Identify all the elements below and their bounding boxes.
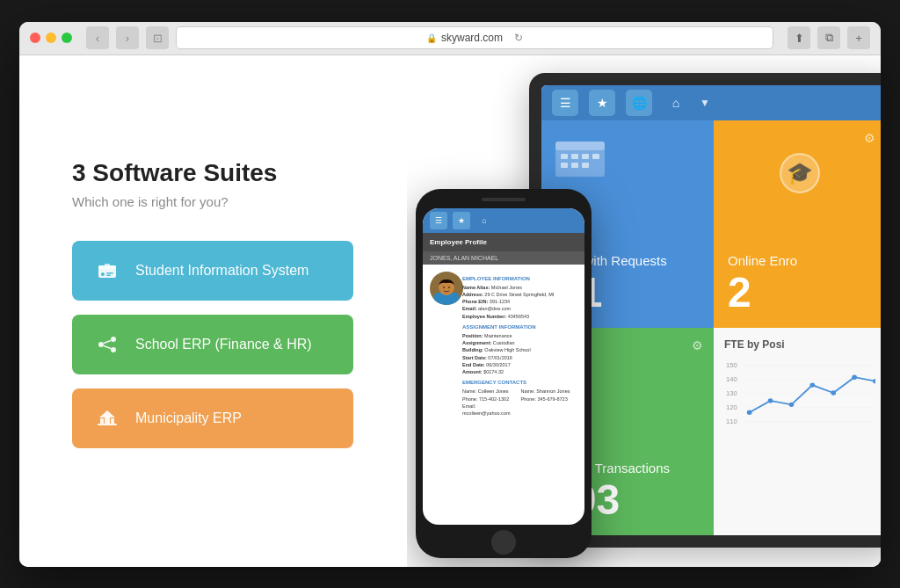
browser-window: ‹ › ⊡ 🔒 skyward.com ↻ ⬆ ⧉ + 3 Software S… <box>19 22 881 567</box>
svg-rect-24 <box>582 163 589 168</box>
online-enrollment-cell: ⚙ 🎓 Online Enro 2 <box>714 120 881 328</box>
back-button[interactable]: ‹ <box>86 26 109 49</box>
employee-avatar <box>430 272 463 305</box>
position-field: Position: Maintenance <box>462 332 577 339</box>
tabs-button[interactable]: ⧉ <box>817 26 840 49</box>
svg-point-6 <box>98 342 104 347</box>
employee-name-field: Name Alias: Michael Jones <box>462 284 577 291</box>
graduation-icon: 🎓 <box>773 147 826 203</box>
forward-button[interactable]: › <box>116 26 139 49</box>
browser-titlebar: ‹ › ⊡ 🔒 skyward.com ↻ ⬆ ⧉ + <box>19 22 881 55</box>
svg-rect-20 <box>582 154 589 159</box>
calendar-visual <box>555 134 608 182</box>
tablet-menu-icon[interactable]: ☰ <box>552 90 578 116</box>
page-content: 3 Software Suites Which one is right for… <box>19 55 881 567</box>
tablet-star-icon[interactable]: ★ <box>589 90 615 116</box>
svg-rect-14 <box>111 418 114 424</box>
svg-rect-13 <box>100 418 104 424</box>
erp-button[interactable]: School ERP (Finance & HR) <box>72 315 353 374</box>
right-panel: ☰ ★ 🌐 ⌂ ▼ <box>407 55 881 567</box>
employee-phone-field: Phone EIN: 391-1234 <box>462 298 577 305</box>
subtitle: Which one is right for you? <box>72 194 363 209</box>
sis-label: Student Information System <box>135 263 308 279</box>
close-button[interactable] <box>30 33 40 43</box>
svg-line-10 <box>104 346 111 349</box>
gear-icon: ⚙ <box>864 131 875 145</box>
url-text: skyward.com <box>441 32 503 44</box>
online-enro-number: 2 <box>728 272 751 314</box>
phone-screen: ☰ ★ ⌂ Employee Profile JONES, ALAN MICHA… <box>423 208 584 525</box>
phone-header: Employee Profile <box>423 233 584 251</box>
muni-button[interactable]: Municipality ERP <box>72 388 353 448</box>
traffic-lights <box>30 33 72 43</box>
svg-point-40 <box>809 382 815 387</box>
svg-point-41 <box>831 390 836 395</box>
svg-rect-23 <box>571 163 578 168</box>
svg-point-37 <box>747 410 752 414</box>
tablet-home-icon[interactable]: ⌂ <box>663 90 689 116</box>
start-date-field: Start Date: 07/01/2016 <box>462 354 577 361</box>
muni-label: Municipality ERP <box>135 410 242 426</box>
lock-icon: 🔒 <box>426 33 437 43</box>
phone-speaker <box>482 198 526 201</box>
svg-text:110: 110 <box>726 417 737 425</box>
phone-star-icon[interactable]: ★ <box>453 212 470 229</box>
svg-point-47 <box>448 287 450 288</box>
svg-rect-11 <box>98 424 117 425</box>
address-bar[interactable]: 🔒 skyward.com ↻ <box>176 26 773 49</box>
svg-point-38 <box>768 398 773 403</box>
assignment-info-section: ASSIGNMENT INFORMATION <box>462 324 577 330</box>
building-field: Building: Oakview High School <box>462 346 577 353</box>
svg-rect-3 <box>106 272 113 274</box>
svg-rect-17 <box>555 142 605 150</box>
erp-label: School ERP (Finance & HR) <box>135 337 312 352</box>
transactions-gear-icon: ⚙ <box>692 338 703 352</box>
phone-menu-icon[interactable]: ☰ <box>430 212 447 229</box>
employee-number-field: Employee Number: 43456543 <box>462 313 577 320</box>
contact2-name: Name: Shannon Jones <box>521 388 578 395</box>
tablet-screen: ☰ ★ 🌐 ⌂ ▼ <box>541 85 881 535</box>
phone-home-icon[interactable]: ⌂ <box>475 212 493 229</box>
end-date-field: End Date: 06/30/2017 <box>462 361 577 368</box>
maximize-button[interactable] <box>62 33 72 43</box>
left-panel: 3 Software Suites Which one is right for… <box>19 55 407 567</box>
svg-rect-18 <box>561 154 568 159</box>
svg-point-2 <box>101 272 105 276</box>
svg-line-9 <box>104 341 111 344</box>
svg-rect-22 <box>561 163 568 168</box>
phone-info: EMPLOYEE INFORMATION Name Alias: Michael… <box>462 265 584 525</box>
phone-nav: ☰ ★ ⌂ <box>423 208 584 233</box>
contact1-name: Name: Colleen Jones <box>462 388 519 395</box>
tablet-nav: ☰ ★ 🌐 ⌂ ▼ <box>541 85 881 120</box>
fte-chart: 150 140 130 120 110 <box>724 358 875 428</box>
main-title: 3 Software Suites <box>72 159 363 187</box>
contact1-phone: Phone: 715-402-1302 <box>462 396 519 403</box>
minimize-button[interactable] <box>46 33 56 43</box>
tablet-dropdown-icon[interactable]: ▼ <box>700 97 710 109</box>
fte-chart-cell: FTE by Posi 150 140 130 120 110 <box>714 328 881 535</box>
svg-text:120: 120 <box>726 403 737 410</box>
svg-rect-21 <box>592 154 599 159</box>
svg-rect-4 <box>106 275 111 277</box>
phone-mockup: ☰ ★ ⌂ Employee Profile JONES, ALAN MICHA… <box>416 189 592 558</box>
emergency-contacts-section: EMERGENCY CONTACTS <box>462 380 577 385</box>
online-enro-title: Online Enro <box>728 253 797 268</box>
tablet-globe-icon[interactable]: 🌐 <box>626 90 652 116</box>
reader-view-button[interactable]: ⊡ <box>146 26 169 49</box>
contact1-email: Email: mcolleen@yahoo.com <box>462 403 519 417</box>
reload-icon[interactable]: ↻ <box>514 32 523 44</box>
new-tab-button[interactable]: + <box>847 26 870 49</box>
svg-text:140: 140 <box>726 374 737 382</box>
svg-text:🎓: 🎓 <box>787 160 813 185</box>
phone-home-button[interactable] <box>491 530 516 555</box>
share-button[interactable]: ⬆ <box>788 26 810 49</box>
contact2-phone: Phone: 345-679-8723 <box>521 396 578 403</box>
svg-point-8 <box>111 347 116 352</box>
svg-marker-15 <box>99 410 115 417</box>
amount-field: Amount: $0174.32 <box>462 368 577 375</box>
sis-button[interactable]: Student Information System <box>72 241 353 301</box>
fte-title: FTE by Posi <box>724 338 785 351</box>
sis-icon <box>93 257 121 285</box>
phone-avatar-area <box>423 265 462 525</box>
employee-email-field: Email: alan@doe.com <box>462 305 577 312</box>
